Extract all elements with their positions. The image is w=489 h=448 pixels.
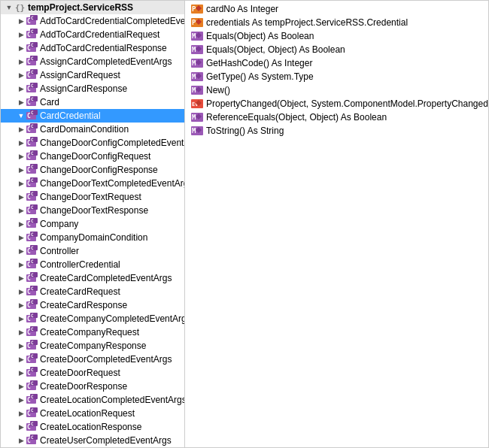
svg-text:C: C xyxy=(31,96,34,101)
member-item[interactable]: M Equals(Object, Object) As Boolean xyxy=(185,43,488,56)
expand-arrow[interactable]: ▶ xyxy=(16,29,26,40)
tree-item-addtocard[interactable]: ▶ C C AddToCardCredentialCompletedEventA… xyxy=(1,14,184,28)
expand-arrow[interactable]: ▶ xyxy=(16,300,26,310)
method-icon: M xyxy=(191,84,203,96)
member-item[interactable]: Ev PropertyChanged(Object, System.Compon… xyxy=(185,97,488,110)
expand-arrow[interactable]: ▶ xyxy=(16,43,26,53)
member-item[interactable]: M New() xyxy=(185,83,488,97)
class-icon: C C xyxy=(26,150,38,162)
tree-item-createcardreq[interactable]: ▶ C C CreateCardRequest xyxy=(1,285,184,298)
tree-item-createdoorreq[interactable]: ▶ C C CreateDoorRequest xyxy=(1,366,184,380)
tree-item-createcardresp[interactable]: ▶ C C CreateCardResponse xyxy=(1,298,184,312)
tree-item-label: ChangeDoorConfigResponse xyxy=(40,163,158,177)
expand-arrow[interactable]: ▶ xyxy=(16,83,26,94)
member-item[interactable]: P cardNo As Integer xyxy=(185,2,488,16)
tree-item-label: CreateCompanyResponse xyxy=(40,339,146,353)
tree-item-changedoortextreq[interactable]: ▶ C C ChangeDoorTextRequest xyxy=(1,190,184,204)
expand-arrow[interactable]: ▶ xyxy=(16,273,26,283)
expand-arrow[interactable]: ▶ xyxy=(16,232,26,243)
tree-item-label: CreateDoorCompletedEventArgs xyxy=(40,353,172,366)
tree-item-companydomain[interactable]: ▶ C C CompanyDomainCondition xyxy=(1,231,184,244)
expand-arrow[interactable]: ▶ xyxy=(16,354,26,365)
tree-item-createcompanyreq[interactable]: ▶ C C CreateCompanyRequest xyxy=(1,325,184,339)
expand-arrow[interactable]: ▶ xyxy=(16,178,26,189)
left-tree-panel[interactable]: ▼ {} tempProject.ServiceRSS▶ C C AddToCa… xyxy=(1,1,185,447)
tree-item-cardcredential[interactable]: ▼ C C CardCredential xyxy=(1,109,184,123)
svg-text:C: C xyxy=(31,177,34,183)
member-item[interactable]: P credentials As tempProject.ServiceRSS.… xyxy=(185,16,488,29)
class-icon: C C xyxy=(26,326,38,338)
expand-arrow[interactable]: ▶ xyxy=(16,70,26,80)
expand-arrow[interactable]: ▼ xyxy=(4,2,14,13)
member-item[interactable]: M ToString() As String xyxy=(185,124,488,138)
member-item[interactable]: M Equals(Object) As Boolean xyxy=(185,29,488,43)
tree-item-assigncardcomp[interactable]: ▶ C C AssignCardCompletedEventArgs xyxy=(1,55,184,68)
svg-text:C: C xyxy=(31,110,34,115)
expand-arrow[interactable]: ▶ xyxy=(16,16,26,26)
tree-item-createlocationcomp[interactable]: ▶ C C CreateLocationCompletedEventArgs xyxy=(1,393,184,407)
expand-arrow[interactable]: ▼ xyxy=(16,110,26,121)
expand-arrow[interactable]: ▶ xyxy=(16,368,26,378)
expand-arrow[interactable]: ▶ xyxy=(16,395,26,405)
tree-item-carddomaincond[interactable]: ▶ C C CardDomainCondition xyxy=(1,123,184,136)
tree-item-company[interactable]: ▶ C C Company xyxy=(1,217,184,231)
member-label: New() xyxy=(206,85,230,95)
expand-arrow[interactable]: ▶ xyxy=(16,422,26,432)
tree-item-card[interactable]: ▶ C C Card xyxy=(1,95,184,109)
expand-arrow[interactable]: ▶ xyxy=(16,246,26,256)
tree-item-createcompanyresp[interactable]: ▶ C C CreateCompanyResponse xyxy=(1,339,184,353)
tree-item-controllercred[interactable]: ▶ C C ControllerCredential xyxy=(1,258,184,271)
expand-arrow[interactable]: ▶ xyxy=(16,205,26,216)
tree-item-createlocationresp[interactable]: ▶ C C CreateLocationResponse xyxy=(1,420,184,434)
expand-arrow[interactable]: ▶ xyxy=(16,151,26,162)
tree-item-changedoortextresp[interactable]: ▶ C C ChangeDoorTextResponse xyxy=(1,204,184,217)
expand-arrow[interactable]: ▶ xyxy=(16,219,26,229)
member-item[interactable]: M GetType() As System.Type xyxy=(185,70,488,83)
expand-arrow[interactable]: ▶ xyxy=(16,97,26,107)
tree-item-assigncardresp[interactable]: ▶ C C AssignCardResponse xyxy=(1,82,184,95)
tree-item-createlocationreq[interactable]: ▶ C C CreateLocationRequest xyxy=(1,407,184,420)
svg-text:C: C xyxy=(31,164,34,169)
tree-item-createusercomp[interactable]: ▶ C C CreateUserCompletedEventArgs xyxy=(1,434,184,447)
expand-arrow[interactable]: ▶ xyxy=(16,165,26,175)
tree-item-changedoortext[interactable]: ▶ C C ChangeDoorTextCompletedEventArgs xyxy=(1,177,184,190)
expand-arrow[interactable]: ▶ xyxy=(16,138,26,148)
method-icon: M xyxy=(191,111,203,123)
tree-item-root[interactable]: ▼ {} tempProject.ServiceRSS xyxy=(1,1,184,14)
svg-text:P: P xyxy=(192,5,196,13)
class-icon: C C xyxy=(26,29,38,41)
member-item[interactable]: M ReferenceEquals(Object, Object) As Boo… xyxy=(185,110,488,124)
svg-text:C: C xyxy=(31,340,34,345)
expand-arrow[interactable]: ▶ xyxy=(16,124,26,135)
expand-arrow[interactable]: ▶ xyxy=(16,341,26,351)
expand-arrow[interactable]: ▶ xyxy=(16,435,26,446)
expand-arrow[interactable]: ▶ xyxy=(16,286,26,297)
expand-arrow[interactable]: ▶ xyxy=(16,192,26,202)
tree-item-changedoorconfigresp[interactable]: ▶ C C ChangeDoorConfigResponse xyxy=(1,163,184,177)
member-item[interactable]: M GetHashCode() As Integer xyxy=(185,56,488,70)
expand-arrow[interactable]: ▶ xyxy=(16,259,26,270)
tree-item-createcardcomp[interactable]: ▶ C C CreateCardCompletedEventArgs xyxy=(1,271,184,285)
tree-item-label: tempProject.ServiceRSS xyxy=(28,1,133,14)
tree-item-controller[interactable]: ▶ C C Controller xyxy=(1,244,184,258)
tree-item-addtocardreq[interactable]: ▶ C C AddToCardCredentialRequest xyxy=(1,28,184,41)
tree-item-createcompanycomp[interactable]: ▶ C C CreateCompanyCompletedEventArgs xyxy=(1,312,184,325)
class-icon: C C xyxy=(26,56,38,68)
expand-arrow[interactable]: ▶ xyxy=(16,56,26,67)
tree-item-changedoorconfigreq[interactable]: ▶ C C ChangeDoorConfigRequest xyxy=(1,150,184,163)
svg-text:C: C xyxy=(31,380,34,386)
expand-arrow[interactable]: ▶ xyxy=(16,408,26,419)
expand-arrow[interactable]: ▶ xyxy=(16,327,26,338)
expand-arrow[interactable]: ▶ xyxy=(16,381,26,392)
tree-item-changedoorconfig[interactable]: ▶ C C ChangeDoorConfigCompletedEventArgs xyxy=(1,136,184,150)
class-icon: C C xyxy=(26,42,38,54)
tree-item-addtocardresp[interactable]: ▶ C C AddToCardCredentialResponse xyxy=(1,41,184,55)
tree-item-createdoorresp[interactable]: ▶ C C CreateDoorResponse xyxy=(1,380,184,393)
tree-item-label: CreateCardRequest xyxy=(40,285,120,298)
expand-arrow[interactable]: ▶ xyxy=(16,313,26,324)
class-icon: C C xyxy=(26,394,38,406)
member-label: Equals(Object, Object) As Boolean xyxy=(206,44,345,55)
tree-item-createdoorcomp[interactable]: ▶ C C CreateDoorCompletedEventArgs xyxy=(1,353,184,366)
svg-text:C: C xyxy=(31,218,34,223)
tree-item-assigncardreq[interactable]: ▶ C C AssignCardRequest xyxy=(1,68,184,82)
